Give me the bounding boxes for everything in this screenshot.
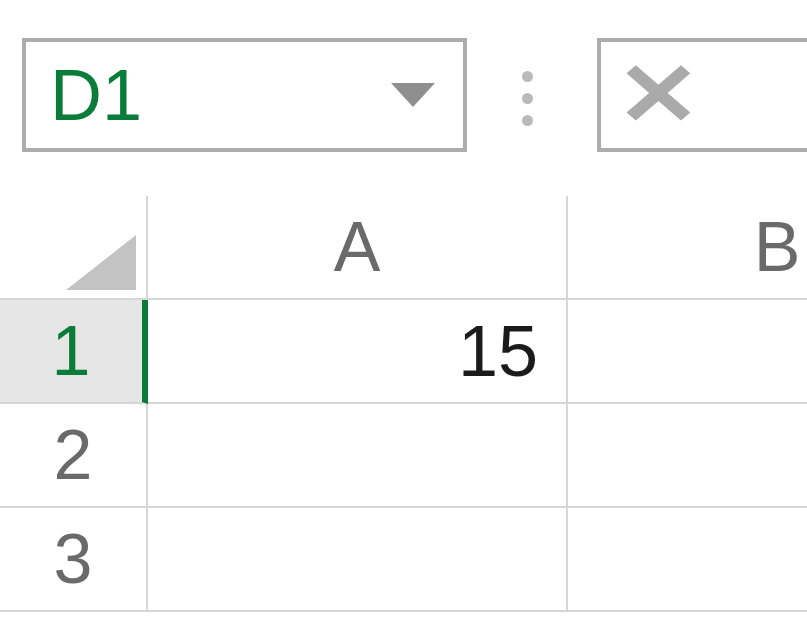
cell-a3[interactable]: [148, 508, 568, 612]
formula-input-area[interactable]: ✕: [597, 38, 807, 152]
formula-bar: D1 ✕: [0, 0, 807, 160]
spreadsheet-grid: A B 1 15 2 3: [0, 196, 807, 612]
cell-a1[interactable]: 15: [148, 300, 568, 404]
name-box[interactable]: D1: [22, 38, 467, 152]
row-header-1[interactable]: 1: [0, 300, 148, 404]
column-header-a[interactable]: A: [148, 196, 568, 300]
cell-b3[interactable]: [568, 508, 807, 612]
cell-b1[interactable]: [568, 300, 807, 404]
cancel-icon[interactable]: ✕: [613, 51, 705, 139]
row-header-2[interactable]: 2: [0, 404, 148, 508]
cell-a2[interactable]: [148, 404, 568, 508]
name-box-text[interactable]: D1: [26, 59, 391, 131]
select-all-corner[interactable]: [0, 196, 148, 300]
cell-b2[interactable]: [568, 404, 807, 508]
column-header-b[interactable]: B: [568, 196, 807, 300]
name-box-dropdown-icon[interactable]: [391, 83, 435, 107]
row-header-3[interactable]: 3: [0, 508, 148, 612]
formula-bar-separator[interactable]: [522, 60, 533, 137]
